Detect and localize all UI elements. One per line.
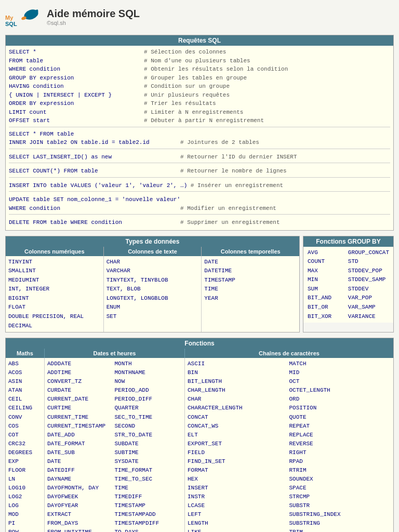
fonctions-dates-item: FROM_DAYS (47, 519, 113, 528)
sql-block-line: WHERE condition # Modifier un enregistre… (9, 204, 390, 213)
types-title: Types de données (6, 236, 299, 247)
fonctions-chaines-item: INSTR (188, 493, 289, 501)
group-by-item: STDDEV_POP (348, 267, 389, 276)
types-th: Colonnes de texte (104, 247, 202, 256)
fonctions-dates-item: DAYOFWEEK (47, 493, 113, 501)
fonctions-dates-item: EXTRACT (47, 510, 113, 519)
fonctions-dates-item: SUBDATE (115, 440, 181, 448)
types-body: TINYINTSMALLINTMEDIUMINTINT, INTEGERBIGI… (6, 256, 299, 332)
sql-comment: # Supprimer un enregistrement (122, 219, 280, 225)
group-by-item: BIT_XOR (308, 312, 345, 322)
types-item: TINYTEXT, TINYBLOB (107, 276, 199, 285)
fonctions-chaines-item: SUBSTR (289, 501, 391, 510)
sql-comment: # Retourner le nombre de lignes (98, 168, 287, 174)
sql-block-line: INSERT INTO table VALUES ('valeur 1', 'v… (9, 181, 390, 190)
group-by-item: BIT_AND (308, 294, 345, 303)
fonctions-maths-item: POW (8, 528, 42, 532)
fonctions-chaines-item: TRIM (289, 528, 391, 532)
fonctions-dates-item: CONVERT_TZ (47, 377, 113, 386)
fonctions-dates-item: CURRENT_TIME (47, 413, 113, 422)
fonctions-chaines-item: BIN (188, 368, 289, 377)
fonctions-chaines-item: RTRIM (289, 466, 391, 475)
fonctions-dates-item: TIME_TO_SEC (115, 475, 181, 484)
fonctions-chaines-inner: MATCHMIDOCTOCTET_LENGTHORDPOSITIONQUOTER… (289, 360, 391, 532)
types-item: INT, INTEGER (8, 285, 101, 294)
types-col: CHARVARCHARTINYTEXT, TINYBLOBTEXT, BLOBL… (104, 256, 202, 332)
group-by-item: STDDEV_SAMP (348, 275, 389, 285)
sql-extra-block-item: INSERT INTO table VALUES ('valeur 1', 'v… (9, 180, 390, 195)
sql-line: LIMIT count # Limiter à N enregistrement… (9, 108, 390, 117)
sql-comment: # Condition sur un groupe (144, 82, 230, 91)
fonctions-dates-inner: ADDDATEADDTIMECONVERT_TZCURDATECURRENT_D… (47, 360, 115, 532)
fonctions-dates-item: TO_DAYS (115, 528, 181, 532)
sql-code: LIMIT count (9, 108, 144, 117)
sql-code: SELECT * FROM table (9, 131, 74, 137)
types-item: TIMESTAMP (204, 276, 297, 285)
sql-code: SELECT * (9, 48, 144, 57)
fonctions-dates-item: FROM_UNIXTIME (47, 528, 113, 532)
fonctions-th-maths: Maths (6, 349, 45, 358)
fonctions-dates-col: ADDDATEADDTIMECONVERT_TZCURDATECURRENT_D… (45, 358, 185, 532)
fonctions-chaines-item: BIT_LENGTH (188, 377, 289, 386)
types-item: BIGINT (8, 294, 101, 303)
fonctions-maths-item: COS (8, 422, 42, 431)
fonctions-chaines-item: SPACE (289, 484, 391, 493)
sql-code: SELECT LAST_INSERT_ID() as new (9, 154, 112, 160)
sql-code: { UNION | INTERSECT | EXCEPT } (9, 91, 144, 100)
sql-block-line: SELECT LAST_INSERT_ID() as new # Retourn… (9, 153, 390, 162)
fonctions-chaines-item: OCT (289, 377, 391, 386)
types-item: ENUM (107, 303, 199, 312)
sql-code: DELETE FROM table WHERE condition (9, 219, 122, 225)
fonctions-chaines-item: SOUNDEX (289, 475, 391, 484)
types-item: YEAR (204, 294, 297, 303)
types-item: SET (107, 312, 199, 322)
fonctions-maths-item: ATAN (8, 386, 42, 395)
fonctions-dates-item: ADDTIME (47, 368, 113, 377)
fonctions-chaines-item: FIND_IN_SET (188, 457, 289, 466)
fonctions-maths-item: CEIL (8, 395, 42, 404)
fonctions-chaines-item: EXPORT_SET (188, 440, 289, 448)
types-item: DOUBLE PRECISION, REAL (8, 312, 101, 322)
types-th: Colonnes numériques (6, 247, 104, 256)
fonctions-chaines-col: ASCIIBINBIT_LENGTHCHAR_LENGTHCHARCHARACT… (185, 358, 393, 532)
types-col: TINYINTSMALLINTMEDIUMINTINT, INTEGERBIGI… (6, 256, 104, 332)
sql-code: INSERT INTO table VALUES ('valeur 1', 'v… (9, 182, 187, 189)
fonctions-body: ABSACOSASINATANCEILCEILINGCONVCOSCOTCRC3… (6, 358, 393, 532)
fonctions-chaines-item: MID (289, 368, 391, 377)
fonctions-dates-item: DATE_FORMAT (47, 440, 113, 448)
mysql-logo: My SQL (5, 5, 41, 29)
sql-code: SELECT COUNT(*) FROM table (9, 168, 98, 174)
fonctions-th-dates: Dates et heures (45, 349, 185, 358)
fonctions-maths-item: PI (8, 519, 42, 528)
types-section: Types de données Colonnes numériquesColo… (5, 236, 300, 333)
fonctions-maths-col: ABSACOSASINATANCEILCEILINGCONVCOSCOTCRC3… (6, 358, 45, 532)
sql-block-line: SELECT COUNT(*) FROM table # Retourner l… (9, 167, 390, 176)
fonctions-dates-item: PERIOD_ADD (115, 386, 181, 395)
fonctions-chaines-item: RIGHT (289, 448, 391, 457)
types-item: DATETIME (204, 267, 297, 276)
fonctions-header-row: Maths Dates et heures Chaînes de caractè… (6, 349, 393, 358)
types-item: LONGTEXT, LONGBLOB (107, 294, 199, 303)
fonctions-dates-item: DATEDIFF (47, 466, 113, 475)
fonctions-dates-item: TIMEDIFF (115, 493, 181, 501)
fonctions-maths-item: LOG (8, 501, 42, 510)
svg-text:SQL: SQL (5, 21, 17, 27)
fonctions-th-chaines: Chaînes de caractères (185, 349, 393, 358)
fonctions-chaines-inner: ASCIIBINBIT_LENGTHCHAR_LENGTHCHARCHARACT… (188, 360, 289, 532)
sql-section-title: Requêtes SQL (6, 35, 393, 46)
sql-comment: # Obtenir les résultats selon la conditi… (144, 65, 288, 74)
group-by-item: MAX (308, 267, 345, 276)
group-by-item: GROUP_CONCAT (348, 248, 389, 258)
types-item: DATE (204, 258, 297, 267)
sql-extra-block-item: DELETE FROM table WHERE condition # Supp… (9, 217, 390, 228)
fonctions-maths-item: ASIN (8, 377, 42, 386)
types-groupby-row: Types de données Colonnes numériquesColo… (5, 236, 394, 333)
fonctions-maths-item: CRC32 (8, 440, 42, 448)
fonctions-maths-item: LOG2 (8, 493, 42, 501)
fonctions-chaines-item: POSITION (289, 404, 391, 413)
fonctions-dates-item: SEC_TO_TIME (115, 413, 181, 422)
sql-line: ORDER BY expression # Trier les résultat… (9, 99, 390, 108)
header-text: Aide mémoire SQL ©sql.sh (47, 8, 140, 26)
fonctions-maths-item: CEILING (8, 404, 42, 413)
fonctions-chaines-item: ELT (188, 431, 289, 440)
